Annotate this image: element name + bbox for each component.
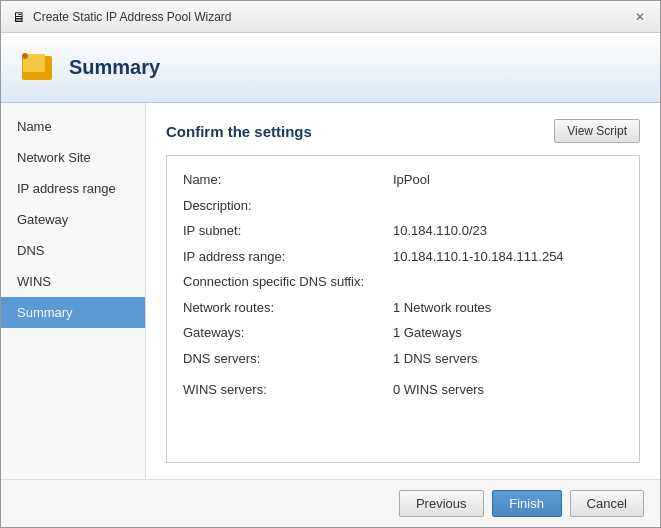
settings-row-name: Name: IpPool (183, 170, 623, 190)
sidebar: Name Network Site IP address range Gatew… (1, 103, 146, 479)
settings-value-dns-servers: 1 DNS servers (393, 349, 478, 369)
settings-label-dns-servers: DNS servers: (183, 349, 393, 369)
settings-value-ip-range: 10.184.110.1-10.184.111.254 (393, 247, 564, 267)
settings-value-name: IpPool (393, 170, 430, 190)
footer: Previous Finish Cancel (1, 479, 660, 527)
wizard-icon (19, 50, 55, 86)
settings-row-wins-servers: WINS servers: 0 WINS servers (183, 380, 623, 400)
sidebar-item-dns[interactable]: DNS (1, 235, 145, 266)
settings-box: Name: IpPool Description: IP subnet: 10.… (166, 155, 640, 463)
header-title: Summary (69, 56, 160, 79)
settings-row-dns-suffix: Connection specific DNS suffix: (183, 272, 623, 292)
close-button[interactable]: ✕ (630, 7, 650, 27)
settings-label-ip-subnet: IP subnet: (183, 221, 393, 241)
finish-button[interactable]: Finish (492, 490, 562, 517)
settings-label-dns-suffix: Connection specific DNS suffix: (183, 272, 393, 292)
sidebar-item-name[interactable]: Name (1, 111, 145, 142)
sidebar-item-summary[interactable]: Summary (1, 297, 145, 328)
settings-value-wins-servers: 0 WINS servers (393, 380, 484, 400)
settings-value-ip-subnet: 10.184.110.0/23 (393, 221, 487, 241)
wizard-window: 🖥 Create Static IP Address Pool Wizard ✕… (0, 0, 661, 528)
sidebar-item-network-site[interactable]: Network Site (1, 142, 145, 173)
content-area: Name Network Site IP address range Gatew… (1, 103, 660, 479)
settings-row-description: Description: (183, 196, 623, 216)
wizard-title-icon: 🖥 (11, 9, 27, 25)
settings-value-network-routes: 1 Network routes (393, 298, 491, 318)
settings-row-network-routes: Network routes: 1 Network routes (183, 298, 623, 318)
settings-label-wins-servers: WINS servers: (183, 380, 393, 400)
sidebar-item-wins[interactable]: WINS (1, 266, 145, 297)
header-icon (17, 48, 57, 88)
header-section: Summary (1, 33, 660, 103)
settings-row-ip-subnet: IP subnet: 10.184.110.0/23 (183, 221, 623, 241)
cancel-button[interactable]: Cancel (570, 490, 644, 517)
title-bar-left: 🖥 Create Static IP Address Pool Wizard (11, 9, 232, 25)
settings-label-gateways: Gateways: (183, 323, 393, 343)
settings-label-network-routes: Network routes: (183, 298, 393, 318)
settings-value-gateways: 1 Gateways (393, 323, 462, 343)
sidebar-item-ip-address-range[interactable]: IP address range (1, 173, 145, 204)
title-bar: 🖥 Create Static IP Address Pool Wizard ✕ (1, 1, 660, 33)
settings-row-dns-servers: DNS servers: 1 DNS servers (183, 349, 623, 369)
settings-row-ip-range: IP address range: 10.184.110.1-10.184.11… (183, 247, 623, 267)
settings-row-gateways: Gateways: 1 Gateways (183, 323, 623, 343)
main-title: Confirm the settings (166, 123, 312, 140)
sidebar-item-gateway[interactable]: Gateway (1, 204, 145, 235)
settings-label-name: Name: (183, 170, 393, 190)
main-header: Confirm the settings View Script (166, 119, 640, 143)
settings-label-description: Description: (183, 196, 393, 216)
settings-label-ip-range: IP address range: (183, 247, 393, 267)
previous-button[interactable]: Previous (399, 490, 484, 517)
main-panel: Confirm the settings View Script Name: I… (146, 103, 660, 479)
title-bar-text: Create Static IP Address Pool Wizard (33, 10, 232, 24)
view-script-button[interactable]: View Script (554, 119, 640, 143)
